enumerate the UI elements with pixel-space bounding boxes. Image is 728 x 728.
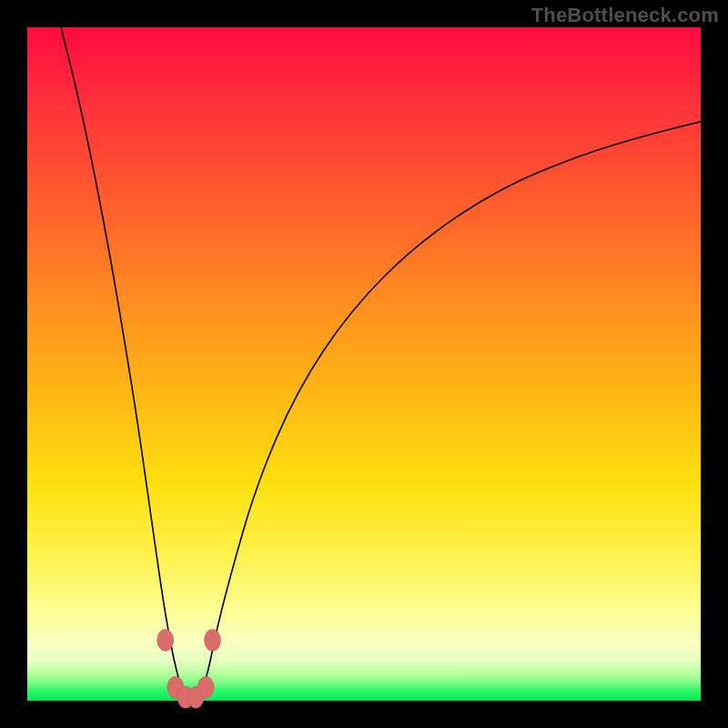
curve-svg — [27, 27, 701, 701]
plot-area — [27, 27, 701, 701]
bottleneck-curve — [61, 27, 701, 701]
chart-frame: TheBottleneck.com — [0, 0, 728, 728]
marker-dot — [197, 676, 214, 698]
curve-markers — [157, 629, 221, 708]
watermark-text: TheBottleneck.com — [531, 4, 719, 27]
marker-dot — [205, 629, 221, 651]
marker-dot — [157, 629, 174, 651]
